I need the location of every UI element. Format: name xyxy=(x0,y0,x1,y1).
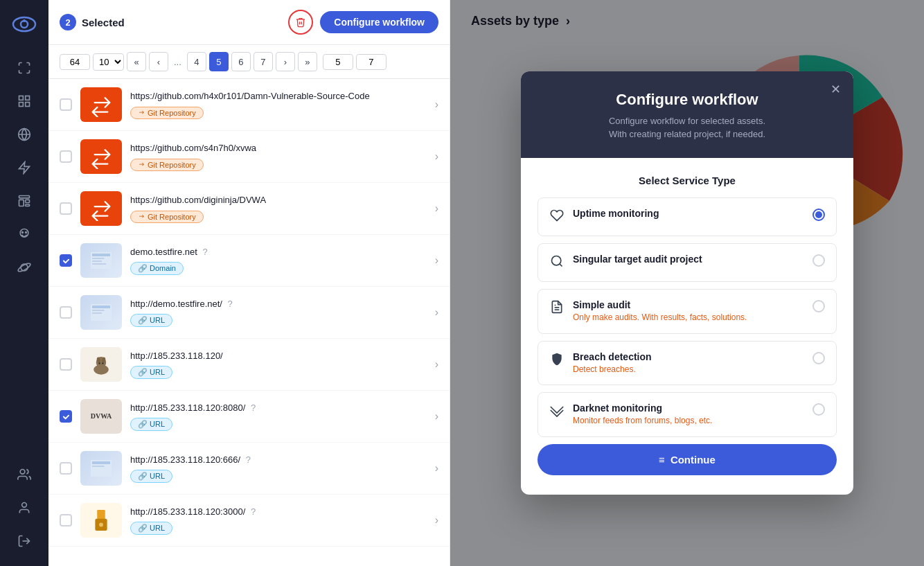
selected-label: Selected xyxy=(82,17,125,28)
simple-audit-icon xyxy=(549,300,565,317)
asset-tag-9: 🔗 URL xyxy=(130,522,172,535)
asset-checkbox-3[interactable] xyxy=(60,202,72,215)
sidebar-item-grid[interactable] xyxy=(10,87,38,115)
asset-chevron-2[interactable]: › xyxy=(435,150,438,163)
service-radio-uptime[interactable] xyxy=(812,209,825,221)
asset-url-9: http://185.233.118.120:3000/ ? xyxy=(130,506,427,518)
help-icon-4[interactable]: ? xyxy=(202,247,207,257)
pagination: 10 25 50 « ‹ ... 4 5 6 7 › » xyxy=(48,45,450,79)
asset-chevron-4[interactable]: › xyxy=(435,254,438,267)
total-pages-input[interactable] xyxy=(60,54,90,70)
service-desc-simple: Only make audits. With results, facts, s… xyxy=(573,312,804,324)
page-6-button[interactable]: 6 xyxy=(231,52,251,71)
svg-rect-24 xyxy=(92,260,102,262)
delete-button[interactable] xyxy=(288,10,313,35)
last-page-button[interactable]: » xyxy=(298,52,317,71)
page-5-button[interactable]: 5 xyxy=(209,52,229,71)
sidebar-item-person[interactable] xyxy=(10,494,38,522)
select-service-label: Select Service Type xyxy=(537,175,837,186)
service-option-darknet[interactable]: Darknet monitoring Monitor feeds from fo… xyxy=(537,392,837,437)
help-icon-8[interactable]: ? xyxy=(246,454,251,465)
sidebar-item-planet[interactable] xyxy=(10,254,38,281)
per-page-select[interactable]: 10 25 50 xyxy=(93,53,124,71)
continue-icon: ≡ xyxy=(659,454,665,466)
asset-chevron-7[interactable]: › xyxy=(435,410,438,423)
asset-checkbox-2[interactable] xyxy=(60,150,72,163)
help-icon-7[interactable]: ? xyxy=(251,403,256,413)
asset-checkbox-4[interactable] xyxy=(60,254,72,267)
sidebar-item-switch[interactable] xyxy=(10,54,38,82)
sidebar-item-lightning[interactable] xyxy=(10,154,38,182)
asset-info-2: https://github.com/s4n7h0/xvwa Git Repos… xyxy=(130,142,427,170)
asset-chevron-3[interactable]: › xyxy=(435,202,438,215)
sidebar-item-dashboard[interactable] xyxy=(10,187,38,215)
asset-thumbnail-1 xyxy=(80,87,122,122)
svg-rect-38 xyxy=(92,466,105,467)
service-radio-simple[interactable] xyxy=(812,300,825,312)
asset-checkbox-8[interactable] xyxy=(60,462,72,475)
configure-workflow-button[interactable]: Configure workflow xyxy=(320,11,438,33)
sidebar-item-monster[interactable] xyxy=(10,220,38,248)
svg-marker-8 xyxy=(19,162,30,174)
help-icon-9[interactable]: ? xyxy=(251,506,256,517)
modal-overlay: ✕ Configure workflow Configure workflow … xyxy=(450,0,924,566)
asset-checkbox-6[interactable] xyxy=(60,358,72,371)
asset-url-5: http://demo.testfire.net/ ? xyxy=(130,298,427,310)
asset-info-6: http://185.233.118.120/ 🔗 URL xyxy=(130,350,427,379)
uptime-icon xyxy=(549,209,565,226)
asset-info-8: http://185.233.118.120:666/ ? 🔗 URL xyxy=(130,454,427,483)
asset-thumbnail-5 xyxy=(80,295,122,330)
continue-label: Continue xyxy=(670,454,716,466)
svg-point-2 xyxy=(23,19,26,22)
service-desc-breach: Detect breaches. xyxy=(573,364,804,375)
modal-subtitle-line2: With creating related project, if needed… xyxy=(609,129,765,139)
list-item: DVWA http://185.233.118.120:8080/ ? 🔗 UR… xyxy=(48,391,450,443)
asset-chevron-6[interactable]: › xyxy=(435,358,438,371)
service-radio-breach[interactable] xyxy=(812,352,825,364)
svg-rect-39 xyxy=(97,510,105,520)
service-radio-singular[interactable] xyxy=(812,254,825,267)
service-option-simple[interactable]: Simple audit Only make audits. With resu… xyxy=(537,289,837,334)
logo[interactable] xyxy=(11,11,37,37)
service-option-breach[interactable]: Breach detection Detect breaches. xyxy=(537,341,837,386)
svg-point-15 xyxy=(26,232,27,233)
first-page-button[interactable]: « xyxy=(127,52,146,71)
asset-chevron-9[interactable]: › xyxy=(435,514,438,527)
modal-close-button[interactable]: ✕ xyxy=(826,80,845,99)
asset-chevron-1[interactable]: › xyxy=(435,98,438,111)
asset-checkbox-1[interactable] xyxy=(60,98,72,111)
service-option-uptime[interactable]: Uptime monitoring xyxy=(537,197,837,236)
asset-checkbox-9[interactable] xyxy=(60,514,72,527)
jump-page-input-2[interactable] xyxy=(356,54,387,70)
service-text-darknet: Darknet monitoring Monitor feeds from fo… xyxy=(573,403,804,427)
asset-tag-3: Git Repository xyxy=(130,211,204,223)
sidebar-item-logout[interactable] xyxy=(10,527,38,555)
asset-panel-header: 2 Selected Configure workflow xyxy=(48,0,450,45)
prev-page-button[interactable]: ‹ xyxy=(149,52,168,71)
help-icon-5[interactable]: ? xyxy=(228,299,233,309)
asset-tag-5: 🔗 URL xyxy=(130,314,172,327)
list-item: demo.testfire.net ? 🔗 Domain › xyxy=(48,235,450,287)
continue-button[interactable]: ≡ Continue xyxy=(537,444,837,475)
asset-thumbnail-2 xyxy=(80,139,122,174)
next-page-button[interactable]: › xyxy=(276,52,295,71)
service-option-singular[interactable]: Singular target audit project xyxy=(537,243,837,282)
modal-header: ✕ Configure workflow Configure workflow … xyxy=(521,71,853,158)
svg-point-14 xyxy=(22,232,24,233)
asset-chevron-5[interactable]: › xyxy=(435,306,438,319)
svg-point-19 xyxy=(22,503,27,508)
asset-checkbox-5[interactable] xyxy=(60,306,72,319)
page-4-button[interactable]: 4 xyxy=(187,52,206,71)
page-7-button[interactable]: 7 xyxy=(254,52,273,71)
asset-url-2: https://github.com/s4n7h0/xvwa xyxy=(130,142,427,154)
svg-rect-3 xyxy=(19,96,24,100)
asset-tag-1: Git Repository xyxy=(130,107,204,119)
sidebar-item-globe[interactable] xyxy=(10,121,38,148)
asset-tag-6: 🔗 URL xyxy=(130,366,172,379)
svg-rect-6 xyxy=(26,103,30,107)
jump-page-input-1[interactable] xyxy=(323,54,353,70)
asset-checkbox-7[interactable] xyxy=(60,410,72,423)
sidebar-item-team[interactable] xyxy=(10,461,38,488)
service-radio-darknet[interactable] xyxy=(812,403,825,416)
asset-chevron-8[interactable]: › xyxy=(435,462,438,475)
